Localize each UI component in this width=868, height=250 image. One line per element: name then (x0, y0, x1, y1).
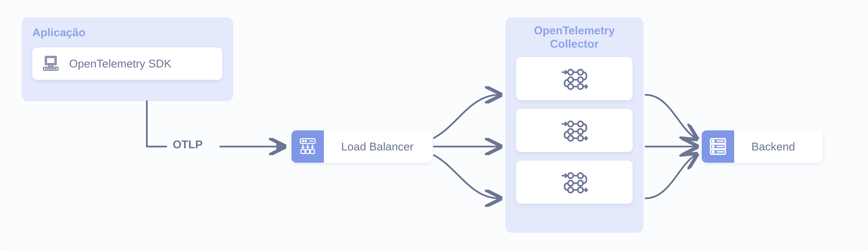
pipeline-icon (559, 118, 589, 143)
svg-point-38 (568, 173, 573, 178)
collector-title-line1: OpenTelemetry (534, 24, 615, 37)
svg-point-6 (302, 140, 304, 142)
svg-point-55 (712, 151, 714, 153)
svg-rect-12 (301, 150, 305, 154)
svg-marker-58 (497, 92, 503, 98)
svg-marker-61 (692, 134, 700, 141)
collector-instance-2 (516, 109, 633, 152)
svg-point-40 (578, 173, 583, 178)
svg-point-18 (578, 70, 583, 75)
svg-marker-63 (692, 152, 700, 159)
svg-marker-59 (497, 143, 503, 150)
svg-point-7 (305, 140, 306, 142)
svg-point-52 (712, 146, 714, 147)
application-box: Aplicação OpenTelemetry SDK (22, 17, 233, 101)
backend-card: Backend (702, 131, 823, 163)
svg-point-49 (712, 140, 714, 142)
svg-rect-14 (310, 150, 315, 154)
svg-point-41 (578, 181, 583, 186)
computer-icon (41, 54, 60, 73)
collector-title: OpenTelemetry Collector (516, 24, 633, 51)
svg-point-30 (578, 129, 583, 134)
svg-point-33 (568, 136, 573, 141)
svg-rect-1 (46, 58, 55, 64)
svg-rect-13 (306, 150, 310, 154)
svg-point-16 (568, 70, 573, 75)
svg-point-44 (568, 187, 573, 193)
svg-point-43 (568, 181, 573, 186)
collector-instance-3 (516, 160, 633, 204)
svg-point-46 (578, 187, 583, 193)
load-balancer-icon (297, 135, 318, 158)
svg-point-21 (568, 77, 573, 82)
load-balancer-card: Load Balancer (291, 131, 432, 163)
svg-marker-57 (276, 143, 283, 150)
pipeline-icon (559, 66, 589, 91)
svg-point-22 (568, 84, 573, 89)
load-balancer-label: Load Balancer (333, 140, 413, 153)
collector-box: OpenTelemetry Collector (505, 17, 644, 233)
diagram-canvas: Aplicação OpenTelemetry SDK OTLP (0, 0, 868, 250)
server-icon (707, 135, 729, 158)
svg-point-27 (568, 121, 573, 127)
collector-instance-1 (516, 57, 633, 100)
svg-marker-62 (693, 143, 700, 150)
svg-rect-2 (49, 65, 53, 67)
sdk-card: OpenTelemetry SDK (32, 47, 222, 80)
backend-icon-wrap (702, 131, 734, 163)
load-balancer-icon-wrap (291, 131, 324, 163)
application-title: Aplicação (32, 26, 222, 39)
otlp-label: OTLP (173, 138, 203, 151)
pipeline-icon (559, 170, 589, 194)
sdk-label: OpenTelemetry SDK (69, 57, 172, 70)
svg-point-35 (578, 136, 583, 141)
collector-title-line2: Collector (550, 37, 598, 50)
backend-label: Backend (743, 140, 795, 153)
svg-point-19 (578, 77, 583, 82)
svg-point-29 (578, 121, 583, 127)
svg-marker-60 (497, 195, 503, 202)
svg-point-24 (578, 84, 583, 89)
svg-point-32 (568, 129, 573, 134)
